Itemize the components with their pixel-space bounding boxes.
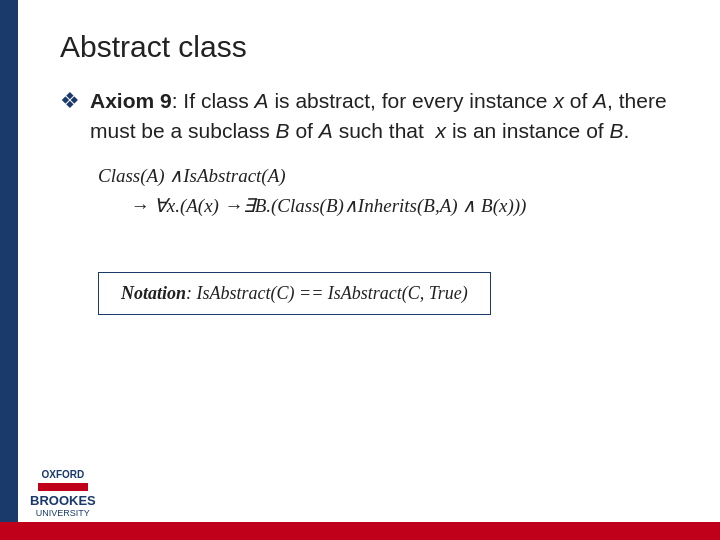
left-accent-bar <box>0 0 18 540</box>
main-content: ❖ Axiom 9: If class A is abstract, for e… <box>60 86 670 315</box>
logo-university-text: UNIVERSITY <box>36 508 90 518</box>
bullet-diamond: ❖ <box>60 88 80 114</box>
axiom-text: Axiom 9: If class A is abstract, for eve… <box>90 86 670 147</box>
logic-block: Class(A) ∧IsAbstract(A) → ∀x.(A(x) →∃B.(… <box>98 161 670 222</box>
logo-brookes-text: BROOKES <box>30 493 96 508</box>
notation-text: : IsAbstract(C) == IsAbstract(C, True) <box>186 283 468 303</box>
logic-line-2: → ∀x.(A(x) →∃B.(Class(B)∧Inherits(B,A) ∧… <box>130 191 670 221</box>
axiom-label: Axiom 9 <box>90 89 172 112</box>
logic-line-1: Class(A) ∧IsAbstract(A) <box>98 161 670 191</box>
logo-area: OXFORD BROOKES UNIVERSITY <box>30 469 96 518</box>
axiom-block: ❖ Axiom 9: If class A is abstract, for e… <box>60 86 670 147</box>
logo-red-stripe <box>38 483 88 491</box>
logo-container: OXFORD BROOKES UNIVERSITY <box>30 469 96 518</box>
slide: Abstract class ❖ Axiom 9: If class A is … <box>0 0 720 540</box>
bottom-accent-bar <box>0 522 720 540</box>
logo-oxford-text: OXFORD <box>41 469 84 481</box>
slide-title: Abstract class <box>60 30 670 64</box>
notation-label: Notation <box>121 283 186 303</box>
notation-box: Notation: IsAbstract(C) == IsAbstract(C,… <box>98 272 491 315</box>
